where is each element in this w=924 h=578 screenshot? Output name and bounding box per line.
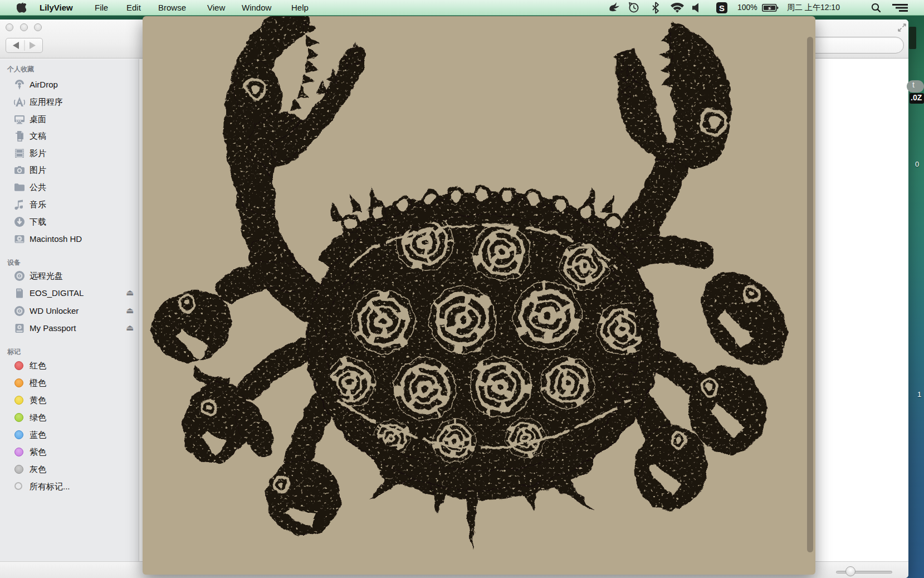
svg-text:S: S (719, 3, 725, 13)
